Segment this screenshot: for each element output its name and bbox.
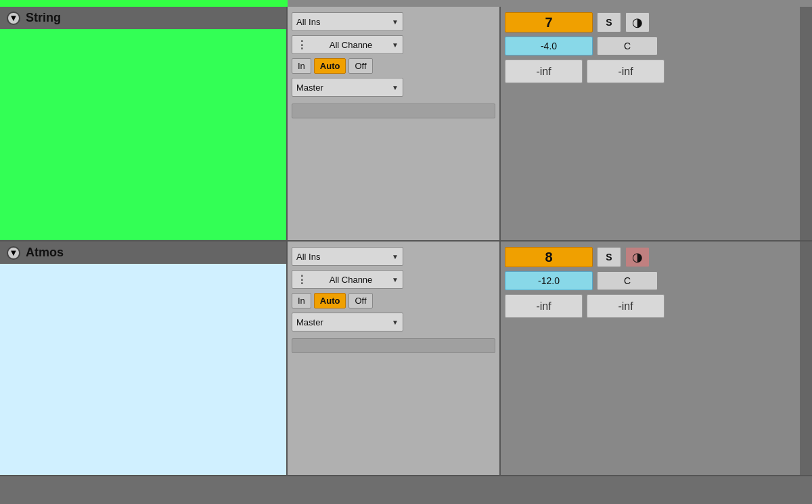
input-dropdown-label-string: All Ins [296, 17, 320, 27]
volume-box-string[interactable]: 7 [505, 12, 593, 32]
scrollbar-string[interactable] [800, 7, 812, 240]
ctrl-row-channel-atmos: ⋮ All Channe ▼ [292, 270, 495, 289]
btn-s-atmos[interactable]: S [597, 247, 621, 267]
inf-box2-string[interactable]: -inf [587, 60, 664, 83]
btn-c-string[interactable]: C [597, 37, 658, 55]
channel-dropdown-string[interactable]: ⋮ All Channe ▼ [292, 35, 403, 54]
btn-in-string[interactable]: In [292, 58, 311, 74]
track-name-string: String [26, 11, 61, 25]
input-dropdown-string[interactable]: All Ins ▼ [292, 12, 403, 31]
inf-box1-string[interactable]: -inf [505, 60, 583, 83]
btn-clock-string[interactable]: ◑ [625, 12, 650, 32]
track-controls-string: All Ins ▼ ⋮ All Channe ▼ In Auto Of [288, 7, 501, 240]
input-dropdown-atmos[interactable]: All Ins ▼ [292, 247, 403, 266]
input-dropdown-label-atmos: All Ins [296, 252, 320, 262]
ctrl-row-mode-atmos: In Auto Off [292, 293, 495, 308]
inf-box2-atmos[interactable]: -inf [587, 294, 664, 318]
channel-dropdown-arrow-string: ▼ [392, 41, 399, 49]
output-dropdown-arrow-atmos: ▼ [392, 319, 399, 326]
output-dropdown-atmos[interactable]: Master ▼ [292, 313, 403, 331]
tracks-area: ▼ String All Ins ▼ ⋮ All [0, 7, 812, 504]
output-dropdown-label-atmos: Master [296, 317, 323, 327]
top-strip-gray [288, 0, 812, 7]
output-dropdown-label-string: Master [296, 83, 323, 93]
track-name-atmos: Atmos [26, 246, 64, 260]
track-right-string: 7 S ◑ -4.0 C -inf -inf [501, 7, 800, 240]
pan-box-string[interactable]: -4.0 [505, 37, 593, 55]
output-dropdown-arrow-string: ▼ [392, 84, 399, 91]
track-row-atmos: ▼ Atmos All Ins ▼ ⋮ All [0, 242, 812, 476]
ctrl-row-input-atmos: All Ins ▼ [292, 247, 495, 266]
track-collapse-atmos[interactable]: ▼ [7, 246, 20, 260]
track-header-atmos: ▼ Atmos [0, 242, 286, 264]
btn-off-atmos[interactable]: Off [348, 293, 372, 308]
right-row-volume-atmos: 8 S ◑ [505, 247, 796, 267]
ctrl-row-channel-string: ⋮ All Channe ▼ [292, 35, 495, 54]
right-row-inf-atmos: -inf -inf [505, 294, 796, 318]
output-dropdown-string[interactable]: Master ▼ [292, 78, 403, 97]
right-row-inf-string: -inf -inf [505, 60, 796, 83]
btn-clock-atmos[interactable]: ◑ [625, 247, 650, 267]
track-row-string: ▼ String All Ins ▼ ⋮ All [0, 7, 812, 242]
ctrl-bottom-bar-string [292, 104, 495, 118]
ctrl-row-input-string: All Ins ▼ [292, 12, 495, 31]
top-strip [0, 0, 812, 7]
track-right-atmos: 8 S ◑ -12.0 C -inf -inf [501, 242, 800, 475]
btn-c-atmos[interactable]: C [597, 271, 658, 290]
channel-dropdown-atmos[interactable]: ⋮ All Channe ▼ [292, 270, 403, 289]
channel-dots-atmos: ⋮ [296, 273, 307, 286]
track-color-fill-string[interactable] [0, 29, 286, 240]
track-color-panel-string: ▼ String [0, 7, 288, 240]
right-row-volume-string: 7 S ◑ [505, 12, 796, 32]
main-container: ▼ String All Ins ▼ ⋮ All [0, 0, 812, 504]
track-controls-atmos: All Ins ▼ ⋮ All Channe ▼ In Auto Of [288, 242, 501, 475]
ctrl-row-mode-string: In Auto Off [292, 58, 495, 74]
btn-s-string[interactable]: S [597, 12, 621, 32]
right-row-pan-atmos: -12.0 C [505, 271, 796, 290]
track-header-string: ▼ String [0, 7, 286, 29]
track-color-panel-atmos: ▼ Atmos [0, 242, 288, 475]
input-dropdown-arrow-string: ▼ [392, 18, 399, 26]
ctrl-row-output-atmos: Master ▼ [292, 313, 495, 331]
track-collapse-string[interactable]: ▼ [7, 12, 20, 25]
ctrl-bottom-bar-atmos [292, 338, 495, 353]
right-row-pan-string: -4.0 C [505, 37, 796, 55]
track-color-fill-atmos[interactable] [0, 264, 286, 475]
channel-dropdown-label-atmos: All Channe [330, 275, 373, 285]
inf-box1-atmos[interactable]: -inf [505, 294, 583, 318]
channel-dropdown-label-string: All Channe [330, 40, 373, 50]
btn-off-string[interactable]: Off [348, 58, 372, 74]
channel-dots-string: ⋮ [296, 39, 307, 51]
scrollbar-atmos[interactable] [800, 242, 812, 475]
pan-box-atmos[interactable]: -12.0 [505, 271, 593, 290]
btn-auto-string[interactable]: Auto [314, 58, 346, 74]
btn-auto-atmos[interactable]: Auto [314, 293, 346, 308]
input-dropdown-arrow-atmos: ▼ [392, 253, 399, 260]
volume-box-atmos[interactable]: 8 [505, 247, 593, 267]
channel-dropdown-arrow-atmos: ▼ [392, 276, 399, 283]
btn-in-atmos[interactable]: In [292, 293, 311, 308]
top-strip-green [0, 0, 288, 7]
ctrl-row-output-string: Master ▼ [292, 78, 495, 97]
